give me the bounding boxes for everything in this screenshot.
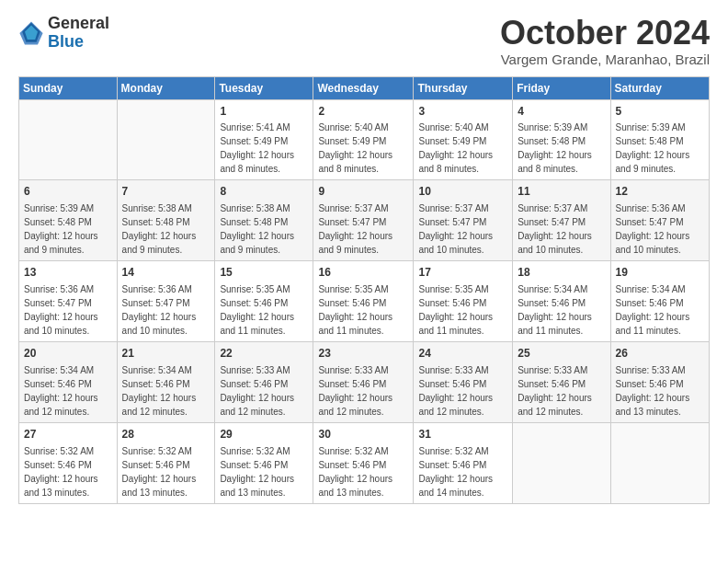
day-number: 22: [220, 346, 308, 362]
sunrise-info: Sunrise: 5:37 AM: [418, 203, 488, 213]
calendar-cell: 7Sunrise: 5:38 AMSunset: 5:48 PMDaylight…: [117, 180, 215, 261]
daylight-info: Daylight: 12 hours and 13 minutes.: [122, 474, 197, 498]
calendar-table: Sunday Monday Tuesday Wednesday Thursday…: [18, 76, 710, 504]
day-number: 30: [318, 427, 408, 442]
sunrise-info: Sunrise: 5:41 AM: [220, 122, 290, 132]
sunrise-info: Sunrise: 5:38 AM: [122, 203, 192, 213]
daylight-info: Daylight: 12 hours and 9 minutes.: [24, 231, 98, 255]
daylight-info: Daylight: 12 hours and 13 minutes.: [24, 474, 98, 498]
sunset-info: Sunset: 5:48 PM: [616, 136, 684, 146]
sunset-info: Sunset: 5:46 PM: [418, 460, 486, 470]
sunset-info: Sunset: 5:47 PM: [318, 217, 386, 227]
calendar-cell: 24Sunrise: 5:33 AMSunset: 5:46 PMDayligh…: [414, 341, 513, 422]
sunset-info: Sunset: 5:47 PM: [418, 217, 486, 227]
day-number: 6: [24, 184, 112, 200]
daylight-info: Daylight: 12 hours and 10 minutes.: [418, 231, 493, 255]
daylight-info: Daylight: 12 hours and 13 minutes.: [318, 474, 392, 498]
sunrise-info: Sunrise: 5:33 AM: [418, 365, 488, 375]
sunrise-info: Sunrise: 5:40 AM: [318, 122, 388, 132]
sunrise-info: Sunrise: 5:33 AM: [220, 365, 290, 375]
sunrise-info: Sunrise: 5:36 AM: [616, 203, 686, 213]
day-number: 20: [24, 346, 112, 362]
calendar-cell: [513, 422, 610, 503]
sunset-info: Sunset: 5:46 PM: [122, 460, 190, 470]
calendar-week-4: 20Sunrise: 5:34 AMSunset: 5:46 PMDayligh…: [19, 341, 710, 422]
month-title: October 2024: [500, 15, 710, 52]
calendar-cell: 10Sunrise: 5:37 AMSunset: 5:47 PMDayligh…: [414, 180, 513, 261]
daylight-info: Daylight: 12 hours and 9 minutes.: [220, 231, 294, 255]
logo-general: General: [48, 15, 109, 33]
calendar-cell: 8Sunrise: 5:38 AMSunset: 5:48 PMDaylight…: [215, 180, 313, 261]
sunset-info: Sunset: 5:46 PM: [518, 379, 586, 389]
sunrise-info: Sunrise: 5:38 AM: [220, 203, 290, 213]
calendar-cell: 3Sunrise: 5:40 AMSunset: 5:49 PMDaylight…: [414, 99, 513, 180]
calendar-cell: 26Sunrise: 5:33 AMSunset: 5:46 PMDayligh…: [610, 341, 709, 422]
sunrise-info: Sunrise: 5:36 AM: [24, 284, 94, 294]
calendar-cell: 31Sunrise: 5:32 AMSunset: 5:46 PMDayligh…: [414, 422, 513, 503]
col-sunday: Sunday: [19, 76, 118, 99]
logo-icon: [18, 20, 44, 46]
calendar-header-row: Sunday Monday Tuesday Wednesday Thursday…: [19, 76, 710, 99]
sunset-info: Sunset: 5:46 PM: [220, 460, 288, 470]
sunset-info: Sunset: 5:46 PM: [616, 379, 684, 389]
calendar-cell: 27Sunrise: 5:32 AMSunset: 5:46 PMDayligh…: [19, 422, 118, 503]
daylight-info: Daylight: 12 hours and 10 minutes.: [24, 312, 98, 336]
sunset-info: Sunset: 5:46 PM: [418, 379, 486, 389]
sunset-info: Sunset: 5:48 PM: [122, 217, 190, 227]
calendar-cell: 18Sunrise: 5:34 AMSunset: 5:46 PMDayligh…: [513, 261, 610, 342]
calendar-cell: [610, 422, 709, 503]
day-number: 2: [318, 104, 408, 120]
sunrise-info: Sunrise: 5:35 AM: [418, 284, 488, 294]
sunrise-info: Sunrise: 5:33 AM: [616, 365, 686, 375]
sunrise-info: Sunrise: 5:34 AM: [616, 284, 686, 294]
day-number: 5: [616, 104, 704, 120]
sunrise-info: Sunrise: 5:32 AM: [318, 446, 388, 456]
calendar-cell: 13Sunrise: 5:36 AMSunset: 5:47 PMDayligh…: [19, 261, 118, 342]
sunrise-info: Sunrise: 5:37 AM: [318, 203, 388, 213]
sunrise-info: Sunrise: 5:34 AM: [24, 365, 94, 375]
location: Vargem Grande, Maranhao, Brazil: [500, 52, 710, 67]
col-monday: Monday: [117, 76, 215, 99]
sunrise-info: Sunrise: 5:34 AM: [122, 365, 192, 375]
day-number: 9: [318, 184, 408, 200]
day-number: 25: [518, 346, 605, 362]
calendar-cell: [117, 99, 215, 180]
col-friday: Friday: [513, 76, 610, 99]
sunset-info: Sunset: 5:47 PM: [122, 298, 190, 308]
daylight-info: Daylight: 12 hours and 12 minutes.: [24, 393, 98, 417]
day-number: 23: [318, 346, 408, 362]
daylight-info: Daylight: 12 hours and 13 minutes.: [616, 393, 690, 417]
sunset-info: Sunset: 5:46 PM: [220, 379, 288, 389]
sunset-info: Sunset: 5:48 PM: [220, 217, 288, 227]
col-saturday: Saturday: [610, 76, 709, 99]
daylight-info: Daylight: 12 hours and 8 minutes.: [318, 150, 392, 174]
logo-text: General Blue: [48, 15, 109, 52]
daylight-info: Daylight: 12 hours and 9 minutes.: [318, 231, 392, 255]
sunrise-info: Sunrise: 5:32 AM: [418, 446, 488, 456]
daylight-info: Daylight: 12 hours and 11 minutes.: [418, 312, 493, 336]
calendar-week-3: 13Sunrise: 5:36 AMSunset: 5:47 PMDayligh…: [19, 261, 710, 342]
sunset-info: Sunset: 5:49 PM: [220, 136, 288, 146]
day-number: 28: [122, 427, 210, 442]
day-number: 15: [220, 265, 308, 281]
day-number: 16: [318, 265, 408, 281]
sunset-info: Sunset: 5:46 PM: [24, 460, 92, 470]
calendar-cell: 23Sunrise: 5:33 AMSunset: 5:46 PMDayligh…: [313, 341, 414, 422]
calendar-cell: 5Sunrise: 5:39 AMSunset: 5:48 PMDaylight…: [610, 99, 709, 180]
daylight-info: Daylight: 12 hours and 11 minutes.: [518, 312, 592, 336]
daylight-info: Daylight: 12 hours and 8 minutes.: [418, 150, 493, 174]
sunrise-info: Sunrise: 5:32 AM: [220, 446, 290, 456]
sunrise-info: Sunrise: 5:40 AM: [418, 122, 488, 132]
sunset-info: Sunset: 5:47 PM: [518, 217, 586, 227]
sunrise-info: Sunrise: 5:35 AM: [220, 284, 290, 294]
day-number: 7: [122, 184, 210, 200]
sunrise-info: Sunrise: 5:37 AM: [518, 203, 587, 213]
daylight-info: Daylight: 12 hours and 12 minutes.: [418, 393, 493, 417]
day-number: 12: [616, 184, 704, 200]
calendar-page: General Blue October 2024 Vargem Grande,…: [0, 0, 728, 563]
daylight-info: Daylight: 12 hours and 8 minutes.: [220, 150, 294, 174]
daylight-info: Daylight: 12 hours and 11 minutes.: [318, 312, 392, 336]
logo-blue: Blue: [48, 33, 109, 52]
sunset-info: Sunset: 5:46 PM: [122, 379, 190, 389]
sunset-info: Sunset: 5:46 PM: [518, 298, 586, 308]
